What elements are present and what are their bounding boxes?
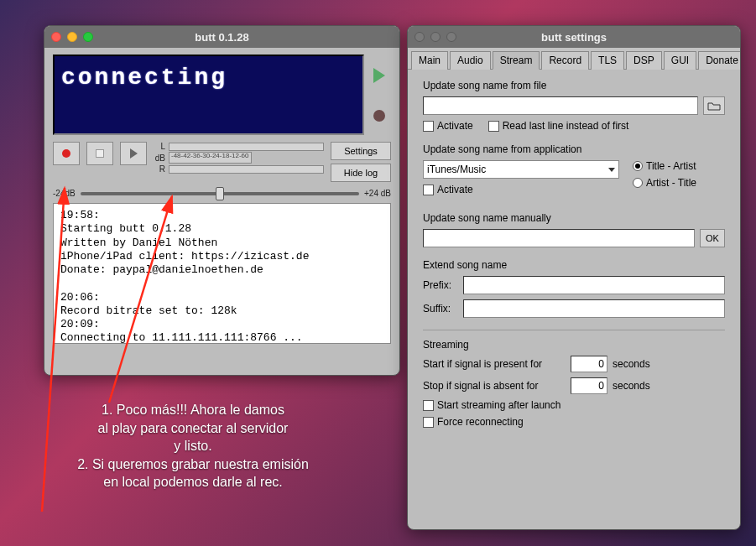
gain-slider-thumb[interactable]	[216, 187, 224, 200]
suffix-label: Suffix:	[423, 303, 458, 315]
tab-main[interactable]: Main	[411, 51, 448, 70]
tab-dsp[interactable]: DSP	[626, 51, 662, 70]
app-select-value: iTunes/Music	[427, 164, 486, 175]
meter-l-bar	[169, 143, 324, 151]
level-meters: L dB -48 -42 -36 -30 -24 -18 -12 -6 0 R	[154, 142, 324, 174]
tab-stream[interactable]: Stream	[493, 51, 540, 70]
tab-record[interactable]: Record	[541, 51, 589, 70]
main-window: butt 0.1.28 connecting L dB -48 -42 -36 …	[44, 25, 400, 376]
meter-r-label: R	[154, 164, 165, 174]
settings-button[interactable]: Settings	[331, 142, 391, 160]
read-last-line-checkbox[interactable]: Read last line instead of first	[488, 120, 629, 132]
tab-gui[interactable]: GUI	[664, 51, 696, 70]
settings-window: butt settings Main Audio Stream Record T…	[407, 25, 741, 530]
settings-titlebar: butt settings	[408, 26, 740, 48]
lcd-display: connecting	[53, 55, 364, 135]
db-scale: -48 -42 -36 -30 -24 -18 -12 -6 0	[169, 152, 252, 164]
stop-if-seconds-unit: seconds	[613, 380, 650, 392]
update-manual-label: Update song name manually	[423, 212, 725, 224]
log-output: 19:58: Starting butt 0.1.28 Written by D…	[53, 203, 391, 344]
main-title: butt 0.1.28	[44, 31, 399, 44]
lcd-status-text: connecting	[61, 65, 356, 91]
db-label: dB	[154, 153, 165, 163]
record-button[interactable]	[53, 142, 80, 165]
title-artist-radio[interactable]: Title - Artist	[633, 160, 725, 172]
app-select[interactable]: iTunes/Music	[423, 160, 619, 179]
hide-log-button[interactable]: Hide log	[331, 164, 391, 182]
gain-slider[interactable]	[81, 192, 359, 195]
folder-open-icon	[707, 101, 721, 111]
start-if-label: Start if signal is present for	[423, 358, 566, 370]
tab-audio[interactable]: Audio	[450, 51, 491, 70]
tab-tls[interactable]: TLS	[591, 51, 624, 70]
artist-title-radio[interactable]: Artist - Title	[633, 177, 725, 189]
stream-panel: Update song name from file Activate Read…	[408, 70, 740, 450]
settings-title: butt settings	[408, 31, 740, 44]
stop-if-seconds-input[interactable]	[571, 377, 607, 394]
browse-file-button[interactable]	[703, 96, 725, 115]
play-icon	[130, 148, 138, 159]
prefix-label: Prefix:	[423, 279, 458, 291]
activate-file-checkbox[interactable]: Activate	[423, 120, 473, 132]
lcd-side-indicators	[368, 55, 391, 135]
annotation-text: 1. Poco más!!! Ahora le damos al play pa…	[50, 401, 336, 491]
update-app-label: Update song name from application	[423, 143, 725, 155]
prefix-input[interactable]	[463, 276, 725, 294]
gain-max-label: +24 dB	[364, 189, 391, 198]
stream-indicator-icon	[373, 68, 385, 83]
start-if-seconds-input[interactable]	[571, 356, 607, 372]
chevron-down-icon	[608, 168, 615, 172]
meter-r-bar	[169, 165, 324, 174]
tab-donate[interactable]: Donate	[698, 51, 741, 70]
stop-button[interactable]	[86, 142, 113, 165]
stop-icon	[96, 149, 104, 158]
song-file-input[interactable]	[423, 96, 698, 115]
update-file-label: Update song name from file	[423, 80, 725, 91]
extend-label: Extend song name	[423, 259, 725, 271]
start-if-seconds-unit: seconds	[613, 358, 650, 370]
force-reconnecting-checkbox[interactable]: Force reconnecting	[423, 416, 524, 428]
streaming-label: Streaming	[423, 339, 725, 351]
settings-tabs: Main Audio Stream Record TLS DSP GUI Don…	[408, 48, 740, 70]
suffix-input[interactable]	[463, 299, 725, 318]
start-after-launch-checkbox[interactable]: Start streaming after launch	[423, 399, 560, 411]
play-button[interactable]	[120, 142, 147, 165]
manual-song-input[interactable]	[423, 229, 695, 247]
meter-l-label: L	[154, 142, 165, 151]
main-titlebar: butt 0.1.28	[44, 26, 399, 48]
record-indicator-icon	[373, 110, 385, 122]
record-icon	[62, 149, 70, 158]
activate-app-checkbox[interactable]: Activate	[423, 184, 473, 195]
manual-song-ok-button[interactable]: OK	[700, 229, 725, 247]
gain-min-label: -24dB	[53, 189, 76, 198]
stop-if-label: Stop if signal is absent for	[423, 380, 566, 392]
